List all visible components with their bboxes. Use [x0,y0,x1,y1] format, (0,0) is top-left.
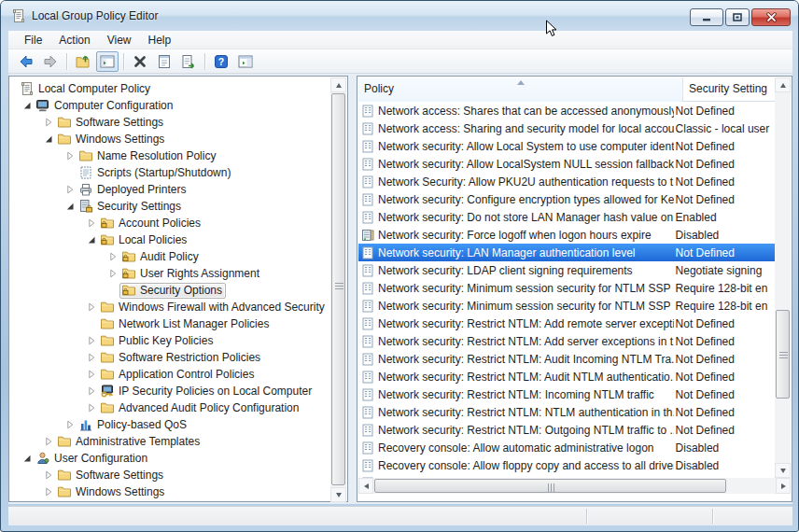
collapsed-icon[interactable] [84,333,98,348]
show-action-pane-button[interactable] [234,51,257,72]
list-hscrollbar-thumb[interactable] [374,479,726,493]
tree-item-account-policies[interactable]: Account Policies [10,215,330,231]
expanded-icon[interactable] [20,451,34,466]
policy-row[interactable]: Network security: Restrict NTLM: Add rem… [358,315,777,332]
policy-row[interactable]: Network security: LDAP client signing re… [358,261,777,279]
scroll-down-button[interactable] [775,463,791,478]
export-list-button[interactable] [177,51,200,72]
delete-button[interactable] [129,51,151,72]
collapsed-icon[interactable] [84,384,98,399]
list-vertical-scrollbar[interactable] [775,77,791,478]
policy-row[interactable]: Network Security: Allow PKU2U authentica… [358,173,777,190]
properties-button[interactable] [153,51,175,72]
tree-item-audit-policy[interactable]: Audit Policy [10,248,330,265]
app-icon[interactable] [11,8,26,23]
tree-item-advanced-audit-policy-configuration[interactable]: Advanced Audit Policy Configuration [10,399,330,416]
collapsed-icon[interactable] [41,484,55,499]
tree-item-ip-security-policies-on-local-computer[interactable]: IP Security Policies on Local Computer [10,383,330,399]
collapsed-icon[interactable] [84,300,98,315]
collapsed-icon[interactable] [41,115,55,130]
tree-item-security-options[interactable]: Security Options [10,282,330,299]
tree-item-deployed-printers[interactable]: Deployed Printers [10,181,330,198]
tree-item-administrative-templates[interactable]: Administrative Templates [10,433,330,450]
up-one-level-button[interactable] [72,51,94,72]
expanded-icon[interactable] [41,132,55,147]
scroll-down-button[interactable] [330,487,346,502]
policy-row[interactable]: Network security: Restrict NTLM: Audit I… [358,350,777,368]
scroll-up-button[interactable] [330,77,346,92]
tree-vertical-scrollbar[interactable] [330,77,346,502]
title-bar[interactable]: Local Group Policy Editor [1,1,799,31]
policy-row[interactable]: Network security: Restrict NTLM: Incomin… [358,385,777,403]
policy-row[interactable]: Network security: LAN Manager authentica… [358,244,777,261]
menu-view[interactable]: View [99,32,140,49]
menu-file[interactable]: File [16,32,50,49]
collapsed-icon[interactable] [63,417,77,432]
collapsed-icon[interactable] [63,182,77,197]
collapsed-icon[interactable] [84,400,98,415]
close-button[interactable] [751,8,791,26]
tree-item-security-settings[interactable]: Security Settings [10,198,330,215]
policy-row[interactable]: Network security: Configure encryption t… [358,190,777,208]
menu-action[interactable]: Action [50,32,98,49]
tree-item-scripts-startup-shutdown[interactable]: Scripts (Startup/Shutdown) [10,164,330,181]
policy-row[interactable]: Network security: Allow LocalSystem NULL… [358,155,777,173]
policy-row[interactable]: Network security: Force logoff when logo… [358,226,777,244]
ipsec-icon [100,384,115,399]
tree-item-user-configuration[interactable]: User Configuration [10,450,330,467]
list-horizontal-scrollbar[interactable] [358,478,791,494]
tree-item-software-restriction-policies[interactable]: Software Restriction Policies [10,349,330,366]
policy-row[interactable]: Network security: Minimum session securi… [358,297,777,315]
collapsed-icon[interactable] [84,367,98,382]
collapsed-icon[interactable] [105,249,119,264]
policy-row[interactable]: Network security: Restrict NTLM: Add ser… [358,332,777,350]
restore-button[interactable] [725,8,750,26]
tree-item-software-settings[interactable]: Software Settings [10,467,330,483]
column-header-security-setting[interactable]: Security Setting [683,77,777,102]
tree-scrollbar-thumb[interactable] [331,93,345,485]
tree-item-computer-configuration[interactable]: Computer Configuration [10,97,330,114]
scroll-up-button[interactable] [775,77,791,92]
column-header-policy[interactable]: Policy [358,77,683,102]
policy-row[interactable]: Network access: Shares that can be acces… [358,102,777,119]
tree-item-local-computer-policy[interactable]: Local Computer Policy [10,80,330,97]
policy-row[interactable]: Network security: Allow Local System to … [358,137,777,155]
back-button[interactable] [15,51,37,72]
scroll-left-button[interactable] [358,478,373,494]
policy-row[interactable]: Network security: Restrict NTLM: Outgoin… [358,421,777,439]
policy-row[interactable]: Recovery console: Allow automatic admini… [358,439,777,456]
collapsed-icon[interactable] [84,216,98,231]
collapsed-icon[interactable] [84,350,98,365]
help-button[interactable]: ? [210,51,232,72]
show-console-tree-button[interactable] [96,51,119,72]
list-scrollbar-thumb[interactable] [776,310,790,399]
expanded-icon[interactable] [63,199,77,214]
tree-item-software-settings[interactable]: Software Settings [10,114,330,131]
collapsed-icon[interactable] [41,468,55,483]
collapsed-icon[interactable] [41,434,55,449]
policy-row[interactable]: Network security: Do not store LAN Manag… [358,208,777,226]
tree-item-public-key-policies[interactable]: Public Key Policies [10,332,330,349]
tree-item-network-list-manager-policies[interactable]: Network List Manager Policies [10,315,330,332]
forward-button[interactable] [39,51,62,72]
scroll-right-button[interactable] [776,478,791,494]
tree-item-windows-firewall-with-advanced-security[interactable]: Windows Firewall with Advanced Security [10,299,330,315]
collapsed-icon[interactable] [105,266,119,281]
policy-row[interactable]: Network access: Sharing and security mod… [358,119,777,137]
policy-row[interactable]: Recovery console: Allow floppy copy and … [358,456,777,474]
menu-help[interactable]: Help [140,32,180,49]
expanded-icon[interactable] [84,232,98,247]
tree-item-windows-settings[interactable]: Windows Settings [10,131,330,147]
expanded-icon[interactable] [20,98,34,113]
minimize-button[interactable] [690,8,723,26]
tree-item-policy-based-qos[interactable]: Policy-based QoS [10,416,330,433]
collapsed-icon[interactable] [63,148,77,163]
tree-item-user-rights-assignment[interactable]: User Rights Assignment [10,265,330,282]
tree-item-local-policies[interactable]: Local Policies [10,231,330,248]
policy-row[interactable]: Network security: Minimum session securi… [358,279,777,297]
tree-item-windows-settings[interactable]: Windows Settings [10,483,330,500]
policy-row[interactable]: Network security: Restrict NTLM: NTLM au… [358,403,777,421]
tree-item-application-control-policies[interactable]: Application Control Policies [10,366,330,383]
tree-item-name-resolution-policy[interactable]: Name Resolution Policy [10,147,330,164]
policy-row[interactable]: Network security: Restrict NTLM: Audit N… [358,368,777,385]
